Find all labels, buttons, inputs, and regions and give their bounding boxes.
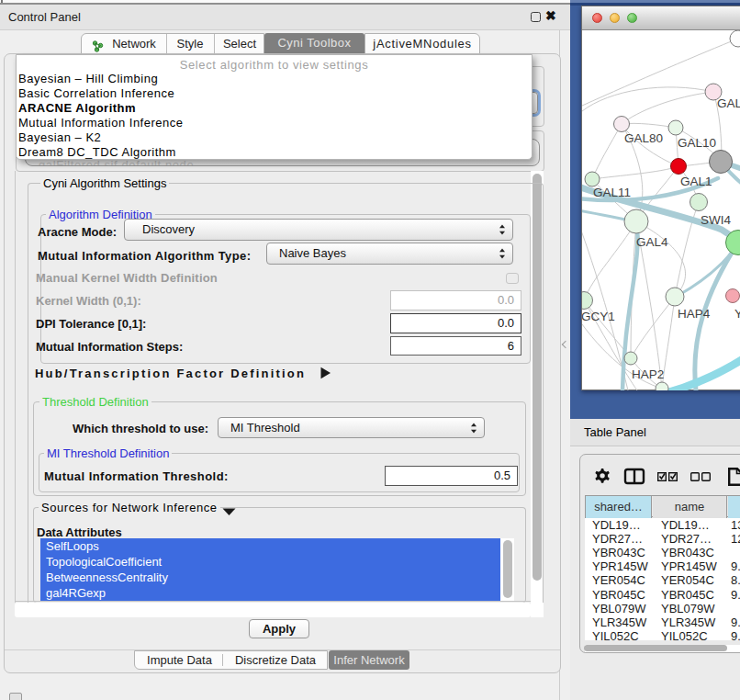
svg-text:GAL1: GAL1 bbox=[680, 175, 712, 188]
svg-text:GAL11: GAL11 bbox=[593, 186, 631, 199]
svg-text:GAL80: GAL80 bbox=[624, 131, 663, 145]
svg-text:GAL4: GAL4 bbox=[636, 235, 668, 249]
svg-text:Y: Y bbox=[734, 307, 740, 321]
svg-text:GCY1: GCY1 bbox=[582, 310, 615, 323]
svg-text:HAP2: HAP2 bbox=[632, 367, 664, 381]
svg-text:HAP4: HAP4 bbox=[678, 307, 711, 321]
svg-text:GAL7: GAL7 bbox=[717, 96, 740, 110]
svg-text:GAL10: GAL10 bbox=[678, 136, 716, 150]
svg-text:SWI4: SWI4 bbox=[701, 213, 731, 227]
